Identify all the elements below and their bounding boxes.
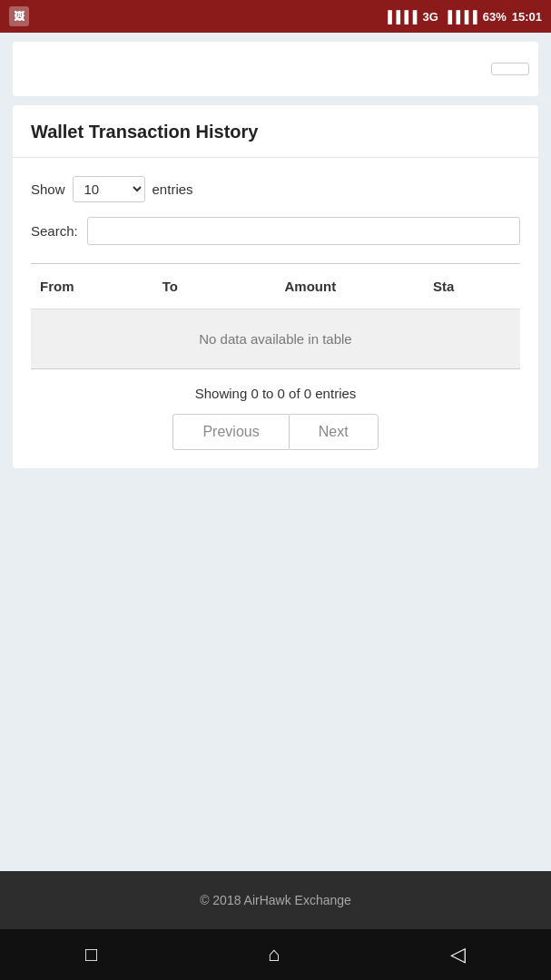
- battery-label: 63%: [483, 10, 507, 24]
- signal-icon-2: ▐▐▐▐: [444, 10, 477, 24]
- copyright-text: © 2018 AirHawk Exchange: [200, 893, 351, 907]
- table-header: From To Amount Sta: [31, 264, 520, 309]
- entries-suffix: entries: [153, 181, 193, 197]
- search-row: Search:: [31, 217, 520, 245]
- search-input[interactable]: [87, 217, 520, 245]
- column-status: Sta: [424, 273, 520, 299]
- transaction-history-card: Wallet Transaction History Show 10 25 50…: [13, 105, 538, 468]
- nav-bar: □ ⌂ ◁: [0, 929, 551, 980]
- column-to: To: [153, 273, 276, 299]
- show-label: Show: [31, 181, 65, 197]
- next-button[interactable]: Next: [289, 414, 379, 450]
- pagination-info: Showing 0 to 0 of 0 entries: [31, 386, 520, 401]
- signal-icon: ▐▐▐▐: [384, 10, 418, 24]
- footer: © 2018 AirHawk Exchange: [0, 871, 551, 929]
- search-label: Search:: [31, 223, 78, 239]
- table-empty-message: No data available in table: [31, 309, 520, 368]
- status-bar: 🖼 ▐▐▐▐ 3G ▐▐▐▐ 63% 15:01: [0, 0, 551, 33]
- nav-home-icon[interactable]: ⌂: [268, 943, 280, 966]
- card-body: Show 10 25 50 100 entries Search: From T…: [13, 158, 538, 468]
- nav-back-icon[interactable]: ◁: [450, 943, 466, 966]
- status-bar-right: ▐▐▐▐ 3G ▐▐▐▐ 63% 15:01: [384, 10, 542, 24]
- entries-select[interactable]: 10 25 50 100: [73, 176, 145, 202]
- column-amount: Amount: [276, 273, 424, 299]
- column-from: From: [31, 273, 153, 299]
- status-bar-left: 🖼: [9, 6, 29, 26]
- previous-button[interactable]: Previous: [172, 414, 288, 450]
- top-partial-card: [13, 42, 538, 96]
- network-label: 3G: [423, 10, 438, 24]
- app-icon: 🖼: [9, 6, 29, 26]
- table-container: From To Amount Sta No data available in …: [31, 263, 520, 369]
- show-entries-row: Show 10 25 50 100 entries: [31, 176, 520, 202]
- top-partial-button[interactable]: [491, 63, 529, 75]
- pagination-buttons: Previous Next: [31, 414, 520, 450]
- main-content: Wallet Transaction History Show 10 25 50…: [0, 96, 551, 871]
- time-label: 15:01: [512, 10, 542, 24]
- nav-square-icon[interactable]: □: [85, 943, 97, 966]
- card-header: Wallet Transaction History: [13, 105, 538, 158]
- card-title: Wallet Transaction History: [31, 122, 520, 142]
